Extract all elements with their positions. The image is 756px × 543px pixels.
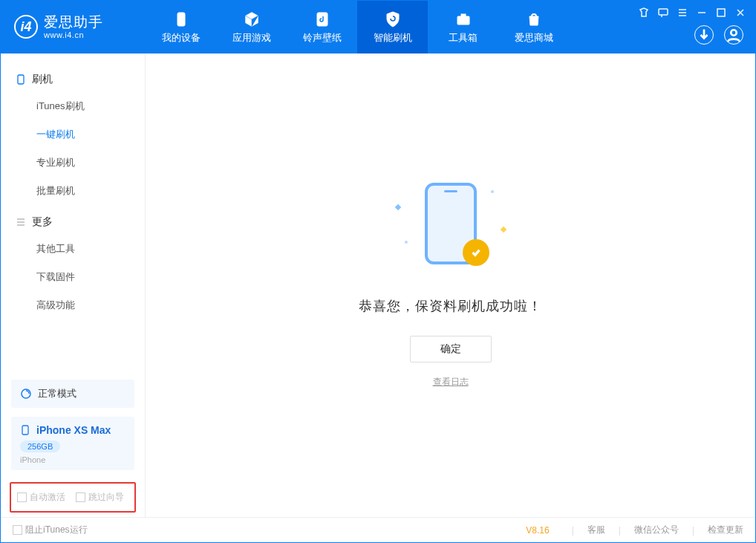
- header-actions: [694, 25, 743, 45]
- checkbox-label: 阻止iTunes运行: [25, 524, 88, 536]
- sparkle-icon: [500, 226, 506, 232]
- status-bar: 阻止iTunes运行 V8.16 | 客服 | 微信公众号 | 检查更新: [1, 517, 755, 542]
- mode-card[interactable]: 正常模式: [11, 380, 134, 408]
- main-content: 恭喜您，保资料刷机成功啦！ 确定 查看日志: [146, 53, 755, 517]
- tab-apps-games[interactable]: 应用游戏: [216, 1, 287, 53]
- checkbox-icon: [76, 492, 85, 502]
- sidebar: 刷机 iTunes刷机 一键刷机 专业刷机 批量刷机 更多 其他工具 下载固件: [1, 53, 146, 517]
- sidebar-group-label: 刷机: [32, 73, 53, 86]
- skip-guide-checkbox[interactable]: 跳过向导: [76, 491, 124, 504]
- flash-options-highlight: 自动激活 跳过向导: [10, 482, 136, 513]
- sidebar-item-pro-flash[interactable]: 专业刷机: [16, 149, 145, 177]
- list-icon: [16, 217, 26, 227]
- tab-label: 应用游戏: [232, 31, 271, 45]
- checkbox-label: 自动激活: [30, 491, 65, 504]
- check-badge-icon: [463, 239, 489, 266]
- sparkle-icon: [394, 204, 400, 209]
- device-type-label: iPhone: [20, 455, 45, 464]
- account-button[interactable]: [724, 25, 743, 45]
- support-link[interactable]: 客服: [587, 524, 605, 536]
- success-illustration: [391, 183, 510, 279]
- storage-badge: 256GB: [20, 440, 60, 452]
- tab-ringtones-wallpapers[interactable]: 铃声壁纸: [287, 1, 357, 53]
- music-file-icon: [313, 10, 331, 28]
- svg-rect-7: [18, 75, 24, 84]
- check-update-link[interactable]: 检查更新: [708, 524, 743, 536]
- tab-label: 铃声壁纸: [303, 31, 342, 45]
- sidebar-group-more: 更多: [1, 209, 145, 235]
- tab-smart-flash[interactable]: 智能刷机: [357, 1, 428, 53]
- svg-rect-5: [717, 9, 725, 16]
- maximize-icon[interactable]: [715, 7, 727, 19]
- sidebar-item-download-firmware[interactable]: 下载固件: [16, 263, 145, 291]
- svg-rect-0: [177, 13, 185, 26]
- device-name-label: iPhone XS Max: [36, 424, 111, 436]
- mode-label: 正常模式: [38, 387, 76, 400]
- download-button[interactable]: [694, 25, 714, 45]
- phone-icon: [16, 74, 26, 85]
- shield-refresh-icon: [384, 10, 402, 28]
- feedback-icon[interactable]: [657, 7, 669, 19]
- svg-point-6: [731, 30, 737, 36]
- svg-rect-3: [461, 14, 466, 16]
- success-message: 恭喜您，保资料刷机成功啦！: [359, 297, 542, 315]
- block-itunes-checkbox[interactable]: 阻止iTunes运行: [13, 524, 88, 536]
- sidebar-item-batch-flash[interactable]: 批量刷机: [16, 177, 145, 205]
- dot-icon: [491, 190, 494, 193]
- checkbox-icon: [13, 525, 22, 535]
- app-window: i4 爱思助手 www.i4.cn 我的设备 应用游戏 铃声壁纸 智能刷机: [0, 0, 756, 543]
- sidebar-item-advanced[interactable]: 高级功能: [16, 291, 145, 319]
- sidebar-group-label: 更多: [32, 215, 53, 229]
- menu-icon[interactable]: [677, 7, 688, 19]
- toolbox-icon: [454, 10, 472, 28]
- window-controls: [638, 7, 746, 19]
- tab-my-device[interactable]: 我的设备: [146, 1, 216, 53]
- tab-label: 智能刷机: [374, 31, 412, 45]
- logo: i4 爱思助手 www.i4.cn: [1, 15, 146, 39]
- tab-toolbox[interactable]: 工具箱: [428, 1, 498, 53]
- tab-label: 工具箱: [449, 31, 478, 45]
- sidebar-item-other-tools[interactable]: 其他工具: [16, 235, 145, 263]
- device-icon: [172, 10, 190, 28]
- version-label: V8.16: [526, 525, 549, 536]
- app-subtitle: www.i4.cn: [44, 30, 103, 39]
- ok-button[interactable]: 确定: [410, 336, 492, 362]
- sidebar-item-onekey-flash[interactable]: 一键刷机: [16, 120, 145, 149]
- header: i4 爱思助手 www.i4.cn 我的设备 应用游戏 铃声壁纸 智能刷机: [1, 1, 755, 53]
- logo-icon: i4: [14, 15, 38, 39]
- close-icon[interactable]: [734, 7, 746, 19]
- svg-rect-2: [457, 16, 469, 25]
- svg-rect-1: [317, 13, 328, 26]
- svg-rect-4: [659, 9, 668, 15]
- skin-icon[interactable]: [638, 7, 650, 19]
- main-tabs: 我的设备 应用游戏 铃声壁纸 智能刷机 工具箱 爱思商城: [146, 1, 569, 53]
- auto-activate-checkbox[interactable]: 自动激活: [17, 491, 65, 504]
- bag-icon: [525, 10, 543, 28]
- device-card[interactable]: iPhone XS Max 256GB iPhone: [11, 417, 134, 470]
- refresh-icon: [20, 388, 32, 400]
- tab-store[interactable]: 爱思商城: [498, 1, 569, 53]
- cube-icon: [243, 10, 261, 28]
- app-title: 爱思助手: [44, 15, 103, 30]
- checkbox-icon: [17, 492, 27, 502]
- sidebar-group-flash: 刷机: [1, 67, 145, 92]
- minimize-icon[interactable]: [696, 7, 708, 19]
- dot-icon: [405, 241, 408, 244]
- tab-label: 我的设备: [162, 31, 201, 45]
- body: 刷机 iTunes刷机 一键刷机 专业刷机 批量刷机 更多 其他工具 下载固件: [1, 53, 755, 517]
- svg-rect-9: [22, 426, 28, 435]
- tab-label: 爱思商城: [515, 31, 553, 45]
- view-log-link[interactable]: 查看日志: [433, 376, 469, 388]
- wechat-link[interactable]: 微信公众号: [634, 524, 679, 536]
- checkbox-label: 跳过向导: [88, 491, 124, 504]
- phone-icon: [20, 425, 30, 435]
- sidebar-item-itunes-flash[interactable]: iTunes刷机: [16, 92, 145, 120]
